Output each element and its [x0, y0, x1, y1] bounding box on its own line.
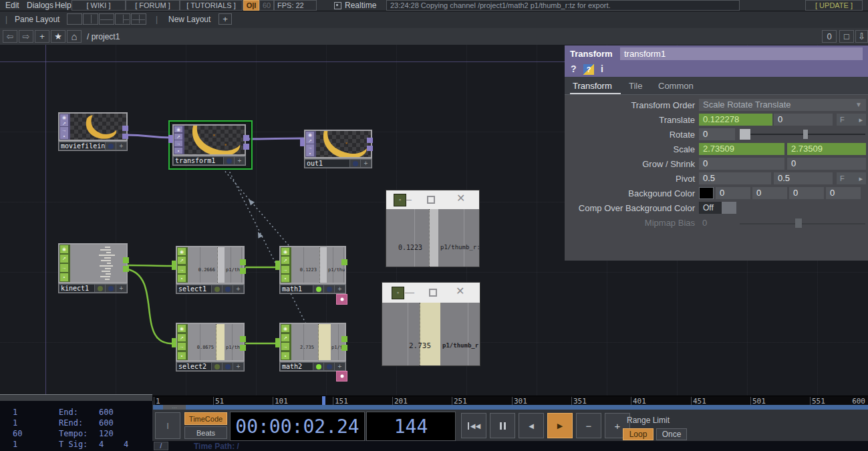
bg-b-field[interactable]: 0 [789, 187, 824, 199]
background-color-swatch[interactable] [699, 187, 714, 199]
wiki-button[interactable]: [ WIKI ] [71, 0, 126, 11]
output-connector[interactable] [123, 257, 129, 263]
realtime-icon[interactable] [334, 2, 341, 9]
info-icon[interactable]: i [601, 63, 603, 74]
rewind-button[interactable]: ◀◀ [461, 413, 486, 438]
output-connector[interactable] [341, 345, 347, 351]
python-help-icon[interactable]: ? [583, 64, 594, 75]
mipmap-slider-handle[interactable] [795, 218, 802, 228]
close-icon[interactable]: ✕ [456, 287, 464, 296]
bypass-flag-icon[interactable]: → [306, 144, 314, 150]
node-name[interactable]: out1 [305, 159, 350, 168]
node-select2-label[interactable]: select2 + [176, 361, 245, 371]
tempo-value[interactable]: 120 [99, 429, 114, 438]
export-flag-math1[interactable] [336, 294, 347, 305]
lock-flag-icon[interactable]: • [281, 352, 289, 359]
export-dot[interactable] [223, 285, 233, 293]
node-name[interactable]: select2 [176, 362, 212, 371]
update-button[interactable]: [ UPDATE ] [805, 0, 863, 11]
node-out1[interactable]: ◉ ↗ → • [304, 130, 372, 158]
transform-order-dropdown[interactable]: Scale Rotate Translate ▼ [699, 99, 866, 111]
breadcrumb[interactable]: / project1 [87, 32, 120, 41]
comp-over-toggle[interactable] [722, 202, 736, 214]
bypass-flag-icon[interactable]: → [281, 266, 289, 273]
rotate-slider-track[interactable] [740, 134, 865, 135]
output-connector[interactable] [341, 336, 347, 342]
bypass-flag-icon[interactable]: → [60, 264, 68, 272]
viewer-dot[interactable] [212, 285, 223, 293]
output-connector[interactable] [367, 146, 373, 151]
input-connector[interactable] [275, 338, 280, 347]
lock-flag-icon[interactable]: • [281, 275, 289, 282]
viewer-flag-icon[interactable]: ◉ [60, 114, 68, 120]
export-dot[interactable] [106, 284, 116, 293]
zero-button[interactable]: 0 [822, 30, 837, 43]
translate-x-field[interactable]: 0.122278 [699, 114, 772, 126]
maximize-icon[interactable] [427, 196, 435, 204]
menu-edit[interactable]: Edit [5, 1, 19, 10]
forum-button[interactable]: [ FORUM ] [126, 0, 180, 11]
clone-flag-icon[interactable]: ↗ [174, 134, 182, 140]
input-connector[interactable] [275, 261, 280, 270]
viewer-flag-icon[interactable]: ◉ [281, 248, 289, 255]
clone-flag-icon[interactable]: ↗ [60, 255, 68, 263]
node-name[interactable]: transform1 [173, 156, 224, 165]
midi-indicator[interactable]: 60 [259, 0, 274, 11]
viewer-flag-icon[interactable]: ◉ [281, 325, 289, 332]
output-connector[interactable] [240, 336, 246, 342]
node-flags[interactable]: ◉ ↗ → • [174, 126, 184, 154]
node-flags[interactable]: ◉ ↗ → • [59, 245, 70, 282]
node-kinect1[interactable]: ◉ ↗ → • [58, 243, 128, 283]
insert-button[interactable]: I [155, 412, 180, 439]
export-dot[interactable] [223, 362, 233, 371]
tutorials-button[interactable]: [ TUTORIALS ] [180, 0, 243, 11]
input-connector[interactable] [300, 139, 305, 146]
tab-transform[interactable]: Transform [573, 81, 612, 91]
node-out1-label[interactable]: out1 + [304, 158, 372, 168]
grow-x-field[interactable]: 0 [699, 158, 784, 170]
node-comment-add[interactable]: + [361, 159, 372, 168]
output-connector[interactable] [240, 259, 246, 265]
output-connector[interactable] [122, 134, 128, 139]
node-select1[interactable]: ◉ ↗ → • 0.2666 p1/thumb_r [176, 246, 245, 284]
clone-flag-icon[interactable]: ↗ [60, 120, 68, 126]
pivot-expand-button[interactable]: F▸ [837, 172, 866, 184]
step-back-button[interactable]: − [576, 413, 601, 438]
bg-r-field[interactable]: 0 [716, 187, 750, 199]
lock-flag-icon[interactable]: • [60, 133, 68, 139]
minimize-icon[interactable]: – [406, 194, 412, 204]
time-path-slash-button[interactable]: / [154, 442, 168, 450]
node-flags[interactable]: ◉ ↗ → • [177, 324, 188, 360]
rend-value[interactable]: 600 [99, 418, 114, 428]
output-connector[interactable] [243, 135, 249, 141]
pause-button[interactable] [490, 413, 515, 438]
node-select2[interactable]: ◉ ↗ → • 0.8675 p1/thumb_r [176, 323, 245, 361]
viewer-flag-icon[interactable]: ◉ [60, 245, 68, 253]
clone-flag-icon[interactable]: ↗ [178, 257, 186, 264]
lock-flag-icon[interactable]: • [306, 150, 314, 156]
minimize-icon[interactable]: — [405, 287, 414, 297]
channel-slider[interactable] [420, 303, 440, 365]
viewer-flag-icon[interactable]: ◉ [306, 132, 314, 138]
bypass-flag-icon[interactable]: → [60, 127, 68, 133]
export-flag-math2[interactable] [336, 371, 347, 382]
node-transform1[interactable]: ◉ ↗ → • [172, 124, 246, 156]
new-layout-add-button[interactable]: + [219, 13, 232, 25]
node-math2-label[interactable]: math2 + [279, 361, 346, 371]
tsig-row-value[interactable]: 1 [13, 440, 17, 449]
lock-flag-icon[interactable]: • [174, 148, 182, 154]
mipmap-value[interactable]: 0 [702, 218, 707, 228]
layout-vsplit-button[interactable] [83, 13, 98, 25]
node-name[interactable]: moviefilein1 [59, 142, 106, 150]
home-icon[interactable]: ⌂ [67, 30, 82, 43]
viewer-flag-icon[interactable]: ◉ [178, 248, 186, 255]
tab-common[interactable]: Common [658, 81, 694, 91]
star-icon[interactable]: ★ [51, 30, 65, 43]
node-name[interactable]: kinect1 [59, 284, 95, 293]
node-comment-add[interactable]: + [233, 362, 244, 371]
viewer-flag-icon[interactable]: ◉ [174, 126, 182, 132]
output-connector[interactable] [240, 268, 246, 274]
timecode-toggle[interactable]: TimeCode [184, 412, 227, 425]
node-flags[interactable]: ◉ ↗ → • [59, 114, 70, 140]
node-math1-label[interactable]: math1 + [279, 284, 346, 294]
